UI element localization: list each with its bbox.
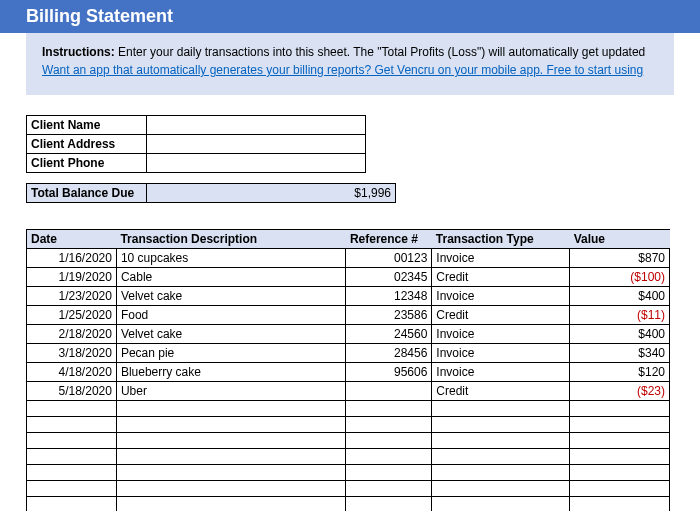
client-info-table: Client Name Client Address Client Phone [26,115,366,173]
cell-date[interactable]: 4/18/2020 [27,363,117,382]
cell-date[interactable]: 1/19/2020 [27,268,117,287]
cell-desc[interactable]: Blueberry cake [116,363,346,382]
client-name-value[interactable] [147,116,366,135]
table-row[interactable] [27,449,670,465]
client-address-value[interactable] [147,135,366,154]
instructions-panel: Instructions: Enter your daily transacti… [26,33,674,95]
cell-ref[interactable]: 02345 [346,268,432,287]
table-row[interactable]: 4/18/2020Blueberry cake95606Invoice$120 [27,363,670,382]
col-date: Date [27,230,117,249]
table-row[interactable] [27,433,670,449]
cell-desc[interactable]: Uber [116,382,346,401]
transactions-table: Date Transaction Description Reference #… [26,229,670,511]
cell-type[interactable]: Invoice [432,249,570,268]
cell-value[interactable]: ($11) [570,306,670,325]
col-ref: Reference # [346,230,432,249]
cell-value[interactable]: $120 [570,363,670,382]
client-name-label: Client Name [27,116,147,135]
table-row[interactable] [27,497,670,512]
cell-ref[interactable]: 28456 [346,344,432,363]
cell-ref[interactable]: 00123 [346,249,432,268]
cell-date[interactable]: 2/18/2020 [27,325,117,344]
cell-type[interactable]: Invoice [432,287,570,306]
cell-type[interactable]: Credit [432,382,570,401]
cell-desc[interactable]: Food [116,306,346,325]
table-row[interactable]: 3/18/2020Pecan pie28456Invoice$340 [27,344,670,363]
client-address-row: Client Address [27,135,366,154]
cell-date[interactable]: 1/23/2020 [27,287,117,306]
cell-type[interactable]: Invoice [432,363,570,382]
table-row[interactable] [27,417,670,433]
cell-type[interactable]: Credit [432,268,570,287]
instructions-label: Instructions: [42,45,115,59]
cell-date[interactable]: 3/18/2020 [27,344,117,363]
col-value: Value [570,230,670,249]
client-address-label: Client Address [27,135,147,154]
cell-desc[interactable]: Velvet cake [116,325,346,344]
table-row[interactable] [27,481,670,497]
cell-ref[interactable]: 23586 [346,306,432,325]
cell-date[interactable]: 5/18/2020 [27,382,117,401]
vencru-link[interactable]: Want an app that automatically generates… [42,63,643,77]
table-row[interactable]: 1/16/202010 cupcakes00123Invoice$870 [27,249,670,268]
cell-value[interactable]: ($23) [570,382,670,401]
instructions-text: Enter your daily transactions into this … [118,45,645,59]
table-row[interactable]: 2/18/2020Velvet cake24560Invoice$400 [27,325,670,344]
client-phone-value[interactable] [147,154,366,173]
cell-desc[interactable]: 10 cupcakes [116,249,346,268]
cell-date[interactable]: 1/25/2020 [27,306,117,325]
total-balance-value: $1,996 [147,184,396,203]
cell-type[interactable]: Invoice [432,344,570,363]
table-row[interactable] [27,401,670,417]
client-phone-label: Client Phone [27,154,147,173]
cell-type[interactable]: Credit [432,306,570,325]
page-title: Billing Statement [0,0,700,33]
total-balance-label: Total Balance Due [27,184,147,203]
table-row[interactable]: 1/25/2020Food23586Credit($11) [27,306,670,325]
col-type: Transaction Type [432,230,570,249]
cell-desc[interactable]: Cable [116,268,346,287]
cell-value[interactable]: ($100) [570,268,670,287]
cell-value[interactable]: $400 [570,287,670,306]
cell-value[interactable]: $340 [570,344,670,363]
col-desc: Transaction Description [116,230,346,249]
total-balance-table: Total Balance Due $1,996 [26,183,396,203]
client-name-row: Client Name [27,116,366,135]
cell-ref[interactable]: 12348 [346,287,432,306]
table-row[interactable]: 5/18/2020UberCredit($23) [27,382,670,401]
table-header-row: Date Transaction Description Reference #… [27,230,670,249]
cell-date[interactable]: 1/16/2020 [27,249,117,268]
cell-desc[interactable]: Velvet cake [116,287,346,306]
cell-desc[interactable]: Pecan pie [116,344,346,363]
table-row[interactable]: 1/19/2020Cable02345Credit($100) [27,268,670,287]
cell-ref[interactable] [346,382,432,401]
client-phone-row: Client Phone [27,154,366,173]
cell-value[interactable]: $870 [570,249,670,268]
cell-ref[interactable]: 24560 [346,325,432,344]
table-row[interactable] [27,465,670,481]
cell-value[interactable]: $400 [570,325,670,344]
cell-type[interactable]: Invoice [432,325,570,344]
cell-ref[interactable]: 95606 [346,363,432,382]
table-row[interactable]: 1/23/2020Velvet cake12348Invoice$400 [27,287,670,306]
